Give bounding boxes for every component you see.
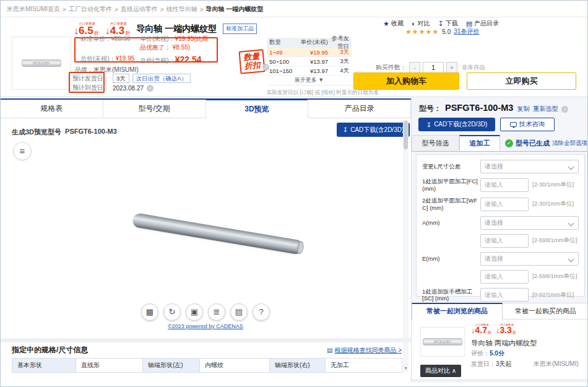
qty-plus-button[interactable]: + (446, 62, 457, 73)
field-label: E(mm) (422, 255, 480, 263)
reviews-link[interactable]: 31条评价 (454, 27, 479, 36)
product-compare-button[interactable]: 商品对比 ∧ (420, 365, 461, 377)
cell-days: 3天 (328, 48, 352, 56)
expand-more-link[interactable]: 展开更多 ▼ (267, 76, 352, 85)
field-label: 2处追加平面加工[WFC] (mm) (422, 197, 480, 212)
model-number-row: 型号： PSFGT6-100-M3 复制 重新选型 i (419, 103, 568, 114)
qty-label: 购买件数： (376, 63, 407, 72)
info-icon[interactable]: i (561, 106, 568, 113)
a-dimension-input[interactable] (480, 234, 529, 248)
shaft-3d-render[interactable] (132, 215, 308, 262)
form-row: [2-598/1mm单位] (422, 270, 579, 284)
product-image[interactable]: misumi (12, 37, 71, 90)
find-similar-link[interactable]: ▤根据规格查找同类商品 > (273, 346, 402, 355)
generated-model-label: 生成3D预览型号 (12, 128, 61, 137)
field-label: 1处追加扳手槽加工[SC] (mm) (422, 288, 480, 303)
favorite-button[interactable]: ★收藏 (383, 19, 404, 28)
tech-consult-button[interactable]: 技术咨询 (500, 118, 555, 131)
e-dimension-input[interactable] (480, 270, 529, 284)
a-dimension-select[interactable]: 请选择 (480, 216, 579, 230)
rotate-view-button[interactable]: ↻ (163, 303, 181, 321)
cell-qty: 101~150 (267, 67, 295, 74)
breadcrumb-shaft[interactable]: 线性导向轴 (166, 5, 197, 14)
tab-3d-preview[interactable]: 3D预览 (206, 98, 309, 119)
tech-consult-label: 技术咨询 (519, 120, 545, 129)
cube-view-button[interactable]: ▣ (186, 303, 203, 321)
generated-label: 型号已生成 (516, 139, 550, 148)
form-row: 2处追加平面加工[WFC] (mm) [2-30/1mm单位] (422, 197, 579, 212)
related-product-name[interactable]: 导向轴 两端内螺纹型 (471, 339, 537, 348)
info-icon[interactable]: i (147, 85, 153, 92)
breadcrumb-home[interactable]: 米思米MISUMI首页 (7, 5, 60, 14)
discount-value: 3.3 (499, 326, 511, 335)
ship-value: 3天起 (496, 360, 512, 367)
breadcrumb-linear[interactable]: 直线运动零件 (121, 5, 158, 14)
catalog-button[interactable]: ▤产品目录 (466, 19, 499, 28)
generated-model-number: PSFGT6-100-M3 (65, 128, 117, 137)
form-row: [2-598/1mm单位] (422, 234, 579, 248)
qty-minus-button[interactable]: - (409, 62, 420, 73)
ship-days-tag: 3天 (113, 74, 129, 83)
fc-input[interactable] (480, 178, 529, 192)
spec-value: 无加工 (326, 359, 402, 372)
cadenas-credit-link[interactable]: ©2023 powered by CADENAS (141, 323, 270, 329)
layers-view-button[interactable]: ≣ (208, 303, 225, 321)
clear-all-link[interactable]: 清除全部选项 (552, 139, 587, 147)
rating-row: ★★★★★ 5.0 31条评价 (405, 27, 479, 36)
download-button[interactable]: ↧下载 (438, 19, 458, 28)
qty-input[interactable] (423, 62, 444, 73)
add-to-cart-button[interactable]: 加入购物车 (353, 72, 459, 90)
help-button[interactable]: ? (253, 303, 270, 321)
breadcrumb-current: 导向轴 一端内螺纹型 (205, 5, 263, 14)
form-row: 变更L尺寸公差 请选择 (422, 160, 579, 173)
chat-icon (510, 122, 517, 127)
tax-price-value: ¥22.54 (175, 54, 202, 64)
total-price-value: ¥19.95 (116, 55, 135, 62)
tolerance-select[interactable]: 请选择 (480, 160, 579, 173)
catalog-icon: ▤ (466, 20, 472, 28)
viewer-scrollbar[interactable] (403, 120, 409, 372)
viewer-menu-button[interactable]: ≡ (13, 142, 32, 160)
wfc-input[interactable] (480, 198, 529, 211)
shaded-view-button[interactable]: ▩ (141, 303, 158, 321)
product-thumbnail-shaft: misumi (22, 59, 61, 67)
ship-date-note: 实际发货日以 [订购] 或 [报价] 时显示的日期为准 (267, 89, 415, 97)
copy-link[interactable]: 复制 (517, 105, 529, 113)
discount-arrow-icon: ↓ (74, 26, 79, 36)
table-row: 101~150 ¥13.97 4天 (267, 66, 352, 76)
std-price-label: 标准单价： (80, 35, 111, 42)
cad-download-button[interactable]: ↧ CAD下载(含2D/3D) (418, 118, 495, 131)
discount-value: 4.7 (475, 326, 487, 335)
rating-value: 5.0 (442, 28, 451, 35)
e-dimension-select[interactable]: 请选择 (480, 252, 579, 266)
tab-additional-work[interactable]: 追加工 (459, 135, 500, 151)
related-discount-badges: ↓ 小订单数量 4.7折 ↓ 大订单数量 3.3折 (471, 323, 516, 335)
reselect-link[interactable]: 重新选型 (533, 105, 558, 113)
compare-button[interactable]: ◐对比 (412, 19, 430, 28)
tab-viewed-together[interactable]: 常被一起浏览的商品 (412, 303, 503, 320)
scrollbar-thumb[interactable] (404, 121, 408, 149)
spec-key: 轴端形状(右) (270, 359, 326, 372)
breadcrumb-fa[interactable]: 工厂自动化零件 (69, 5, 112, 14)
related-product-image[interactable]: misumi (420, 327, 465, 357)
tab-model-filter[interactable]: 型号筛选 (412, 135, 459, 151)
sc-input[interactable] (480, 288, 529, 302)
field-hint: [2-30/1mm单位] (532, 181, 574, 189)
field-label: 1处追加平面加工[FC] (mm) (422, 178, 480, 193)
cad-download-button[interactable]: ↧ CAD下载(含2D/3D) (337, 123, 410, 137)
catalog-label: 产品目录 (474, 19, 499, 28)
find-similar-label: 根据规格查找同类商品 > (334, 347, 402, 354)
tab-spec-table[interactable]: 规格表 (1, 100, 103, 118)
tab-catalog[interactable]: 产品目录 (308, 100, 411, 118)
col-unit-price: 单价(未税) (295, 38, 328, 46)
scrollbar-down-arrow[interactable]: ▾ (403, 365, 409, 371)
cad-download-label: CAD下载(含2D/3D) (434, 120, 487, 129)
related-rating: 评价：5.0分 (471, 349, 504, 358)
ship-date-label: 预计发货日： (72, 74, 110, 83)
buy-now-button[interactable]: 立即购买 (467, 72, 576, 90)
tab-model-delivery[interactable]: 型号/交期 (103, 100, 206, 118)
table-header-row: 数量 单价(未税) 参考发货日 (267, 38, 352, 48)
discount-unit: 折 (488, 331, 492, 335)
tab-bought-together[interactable]: 常被一起购买的商品 (503, 303, 588, 320)
cylinder-view-button[interactable]: ▤ (230, 303, 248, 321)
